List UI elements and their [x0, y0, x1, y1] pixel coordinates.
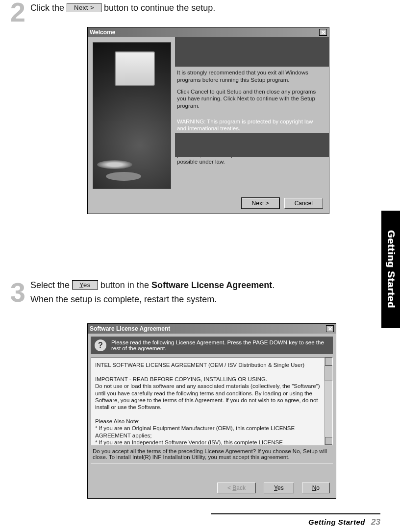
next-button[interactable]: Next >	[242, 198, 279, 209]
close-icon[interactable]: ✕	[319, 29, 327, 36]
step3-line2: When the setup is complete, restart the …	[30, 294, 354, 305]
step2-after: button to continue the setup.	[104, 3, 215, 13]
step-number-2: 2	[3, 0, 25, 28]
license-dialog: Software License Agreement ✕ ? Please re…	[87, 323, 336, 499]
license-title: Software License Agreement	[90, 325, 326, 332]
license-intro-text: Please read the following License Agreem…	[111, 339, 329, 351]
license-intro: ? Please read the following License Agre…	[91, 337, 333, 354]
welcome-p2: It is strongly recommended that you exit…	[177, 69, 323, 83]
license-text-area[interactable]: INTEL SOFTWARE LICENSE AGREEMENT (OEM / …	[91, 357, 333, 445]
close-icon[interactable]: ✕	[326, 325, 334, 332]
footer-rule	[211, 513, 380, 514]
side-tab: Getting Started	[381, 211, 400, 328]
step-number-3: 3	[3, 276, 25, 308]
license-titlebar: Software License Agreement ✕	[88, 324, 336, 334]
step3-mid: button in the	[100, 280, 149, 290]
cancel-button[interactable]: Cancel	[284, 198, 323, 209]
step2-before: Click the	[30, 3, 64, 13]
license-l1: INTEL SOFTWARE LICENSE AGREEMENT (OEM / …	[95, 362, 322, 368]
step3-bold: Software License Agreement	[151, 280, 272, 290]
step3-end: .	[272, 280, 275, 290]
scrollbar-thumb[interactable]	[325, 365, 332, 381]
footer-section: Getting Started	[308, 518, 365, 526]
welcome-p3: Click Cancel to quit Setup and then clos…	[177, 88, 323, 109]
step-3-text: Select the Yes button in the Software Li…	[30, 280, 354, 305]
welcome-dialog: Welcome ✕ Welcome to the Intel(R) INF In…	[87, 27, 329, 214]
side-tab-label: Getting Started	[385, 230, 397, 308]
step-2-text: Click the Next > button to continue the …	[30, 3, 215, 13]
license-l4: Please Also Note:	[95, 418, 322, 425]
no-button[interactable]: No	[302, 483, 330, 493]
license-accept-text: Do you accept all the terms of the prece…	[93, 448, 331, 460]
license-l3: Do not use or load this software and any…	[95, 383, 322, 411]
inline-next-button: Next >	[67, 3, 101, 12]
next-label: ext >	[256, 200, 269, 207]
license-l6: * If you are an Independent Software Ven…	[95, 439, 322, 445]
inline-yes-button: Yes	[72, 280, 98, 290]
question-icon: ?	[95, 339, 106, 351]
welcome-p4: WARNING: This program is protected by co…	[177, 118, 323, 132]
welcome-graphic	[93, 42, 171, 189]
scrollbar[interactable]	[325, 358, 332, 445]
step3-before: Select the	[30, 280, 70, 290]
welcome-title: Welcome	[90, 29, 319, 36]
back-button: < Back	[217, 483, 256, 493]
yes-button[interactable]: Yes	[264, 483, 294, 493]
page-footer: Getting Started 23	[308, 517, 380, 527]
license-l5: * If you are an Original Equipment Manuf…	[95, 425, 322, 439]
welcome-titlebar: Welcome ✕	[88, 27, 329, 37]
separator	[91, 463, 333, 464]
footer-page: 23	[371, 517, 380, 527]
license-l2: IMPORTANT - READ BEFORE COPYING, INSTALL…	[95, 376, 322, 383]
